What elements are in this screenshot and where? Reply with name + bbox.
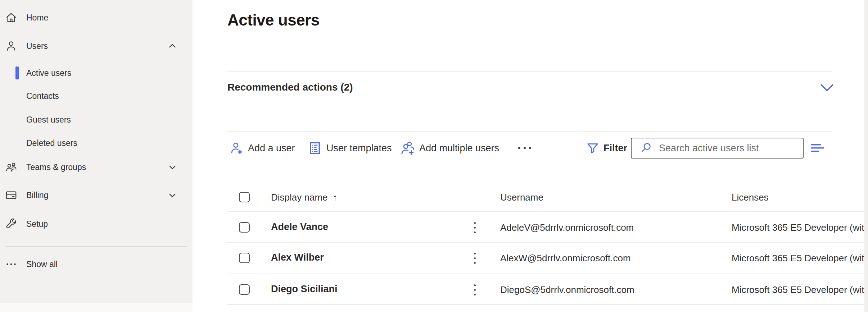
more-actions-icon[interactable] [467,281,483,298]
row-divider [227,304,864,305]
sidebar-item-label: Setup [26,219,48,229]
chevron-down-icon [166,161,178,173]
add-person-icon [229,140,244,156]
page-title: Active users [227,11,320,29]
section-divider [227,71,832,72]
filter-button[interactable]: Filter [585,139,627,157]
sidebar-item-guest-users[interactable]: Guest users [0,111,193,129]
licenses-cell: Microsoft 365 E5 Developer (withou [732,284,865,295]
main-content: Active users Recommended actions (2) Add… [193,0,868,312]
sort-lines-icon[interactable] [811,142,827,155]
display-name-link[interactable]: Diego Siciliani [271,284,338,295]
table-header-row: Display name↑ Username Licenses [193,183,868,212]
sidebar-item-setup[interactable]: Setup [0,215,193,233]
sidebar-item-label: Show all [26,260,58,269]
chevron-up-icon [166,40,178,52]
people-icon [5,161,18,174]
sidebar-item-active-users[interactable]: Active users [0,64,193,82]
sidebar-divider [6,246,187,247]
sidebar-item-deleted-users[interactable]: Deleted users [0,134,193,152]
search-box [631,138,804,159]
sort-ascending-arrow: ↑ [333,192,338,203]
sidebar-item-users[interactable]: Users [0,37,193,55]
recommended-actions-expand-button[interactable] [820,83,834,92]
column-header-username: Username [500,192,543,203]
sidebar-item-label: Contacts [26,91,59,101]
user-templates-button[interactable]: User templates [307,139,392,157]
table-row[interactable]: Diego Siciliani DiegoS@5drrlv.onmicrosof… [193,274,868,304]
table-row[interactable]: Adele Vance AdeleV@5drrlv.onmicrosoft.co… [193,212,868,242]
column-header-licenses: Licenses [732,192,769,203]
filter-funnel-icon [585,140,601,156]
row-checkbox[interactable] [239,253,250,263]
username-cell: DiegoS@5drrlv.onmicrosoft.com [500,284,634,295]
column-header-display-name[interactable]: Display name↑ [271,192,338,203]
username-cell: AdeleV@5drrlv.onmicrosoft.com [500,222,634,233]
sidebar-item-label: Guest users [26,115,71,125]
person-icon [5,40,18,52]
sidebar-item-contacts[interactable]: Contacts [0,87,193,105]
more-actions-icon[interactable] [467,219,483,236]
sidebar-item-teams-groups[interactable]: Teams & groups [0,158,193,176]
username-cell: AlexW@5drrlv.onmicrosoft.com [500,253,631,264]
m365-admin-active-users-screen: Home Users Active users Contacts [0,0,868,312]
user-templates-label: User templates [326,143,392,154]
recommended-actions-heading: Recommended actions (2) [227,82,353,93]
sidebar-item-show-all[interactable]: Show all [0,255,193,273]
display-name-link[interactable]: Alex Wilber [271,252,324,263]
add-multiple-users-icon [400,140,416,156]
sidebar-item-label: Billing [26,191,48,200]
vertical-scrollbar[interactable] [864,0,868,312]
sidebar-footer [0,303,193,312]
overflow-dots-icon [518,147,520,149]
sidebar-item-billing[interactable]: Billing [0,186,193,204]
add-user-button[interactable]: Add a user [229,139,295,157]
home-icon [5,11,18,24]
row-checkbox[interactable] [239,222,250,233]
add-multiple-users-button[interactable]: Add multiple users [400,139,499,157]
row-checkbox[interactable] [239,284,250,295]
sidebar: Home Users Active users Contacts [0,0,193,312]
sidebar-item-label: Deleted users [26,138,77,148]
licenses-cell: Microsoft 365 E5 Developer (withou [732,222,865,233]
more-actions-icon[interactable] [467,250,483,266]
credit-card-icon [5,189,18,202]
search-input[interactable] [659,143,799,154]
ellipsis-icon [5,258,18,271]
search-icon [639,141,653,155]
add-multiple-users-label: Add multiple users [419,143,499,154]
sidebar-item-label: Teams & groups [26,162,86,172]
section-divider [227,131,832,132]
sidebar-item-home[interactable]: Home [0,9,193,27]
sidebar-item-label: Active users [26,68,71,78]
sidebar-item-label: Home [26,13,48,23]
chevron-down-icon [166,189,178,201]
select-all-checkbox[interactable] [239,192,250,202]
wrench-icon [5,217,18,230]
sidebar-item-label: Users [26,41,48,51]
filter-label: Filter [603,143,627,154]
toolbar-overflow-button[interactable] [518,139,531,157]
selected-indicator [15,66,19,79]
table-row[interactable]: Alex Wilber AlexW@5drrlv.onmicrosoft.com… [193,243,868,273]
user-templates-icon [307,140,323,156]
licenses-cell: Microsoft 365 E5 Developer (withou [732,253,865,264]
display-name-link[interactable]: Adele Vance [271,221,328,233]
add-user-label: Add a user [248,143,295,154]
